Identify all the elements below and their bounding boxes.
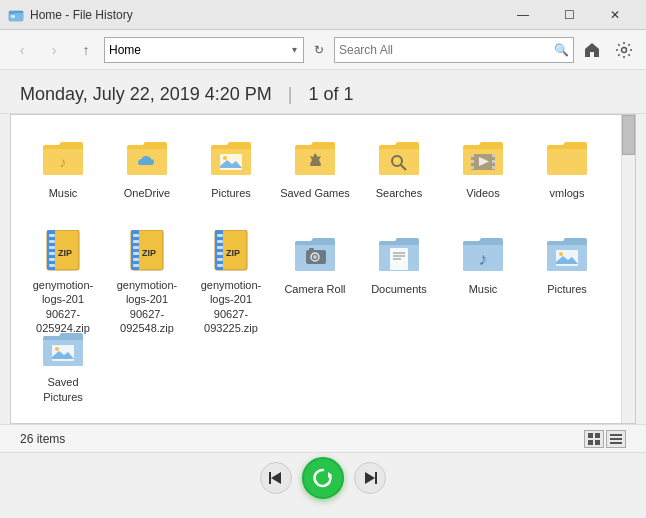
settings-button[interactable] [610,36,638,64]
separator: | [288,84,293,105]
file-name: Pictures [211,186,251,200]
folder-icon [459,134,507,182]
list-item[interactable]: Documents [359,223,439,313]
info-bar: Monday, July 22, 2019 4:20 PM | 1 of 1 [0,70,646,114]
svg-rect-70 [610,438,622,440]
svg-marker-76 [365,472,375,484]
grid-view-button[interactable] [584,430,604,448]
file-name: genymotion-logs-201 90627-092548.zip [112,278,182,335]
svg-rect-47 [217,246,223,249]
svg-point-4 [622,47,627,52]
file-name: Videos [466,186,499,200]
folder-icon [543,230,591,278]
svg-rect-35 [133,240,139,243]
zip-icon: ZIP [207,230,255,274]
forward-button[interactable]: › [40,36,68,64]
svg-point-62 [559,252,563,256]
svg-text:ZIP: ZIP [142,248,156,258]
svg-rect-72 [269,472,271,484]
list-item[interactable]: Camera Roll [275,223,355,313]
svg-rect-23 [49,234,55,237]
list-item[interactable]: ♪ Music [23,127,103,217]
svg-rect-15 [492,154,495,157]
prev-button[interactable] [260,462,292,494]
svg-rect-16 [492,160,495,163]
list-item[interactable]: Saved Games [275,127,355,217]
svg-rect-67 [588,440,593,445]
svg-rect-69 [610,434,622,436]
list-item[interactable]: Saved Pictures [23,319,103,409]
svg-rect-27 [49,258,55,261]
date-time: Monday, July 22, 2019 4:20 PM [20,84,272,105]
svg-rect-13 [471,160,474,163]
list-item[interactable]: OneDrive [107,127,187,217]
list-view-button[interactable] [606,430,626,448]
file-name: Saved Pictures [28,375,98,404]
svg-marker-73 [271,472,281,484]
list-item[interactable]: ♪ Music [443,223,523,313]
search-bar: 🔍 [334,37,574,63]
home-button[interactable] [578,36,606,64]
list-item[interactable]: Videos [443,127,523,217]
svg-rect-8 [310,164,321,166]
svg-rect-34 [133,234,139,237]
list-item[interactable]: ZIP genymotion-logs-201 90627-093225.zip [191,223,271,313]
folder-icon [39,326,87,371]
svg-rect-24 [49,240,55,243]
address-bar: ▾ [104,37,304,63]
file-name: Searches [376,186,422,200]
svg-rect-14 [471,166,474,169]
svg-rect-50 [217,264,223,267]
svg-rect-25 [49,246,55,249]
svg-text:♪: ♪ [479,249,488,269]
search-input[interactable] [339,43,554,57]
address-dropdown-arrow[interactable]: ▾ [290,44,299,55]
svg-rect-39 [133,264,139,267]
view-toggle [584,430,626,448]
svg-rect-38 [133,258,139,261]
scrollbar-thumb[interactable] [622,115,635,155]
file-name: Music [469,282,498,296]
minimize-button[interactable]: — [500,0,546,30]
svg-rect-71 [610,442,622,444]
status-bar: 26 items [0,424,646,452]
scrollbar[interactable] [621,115,635,423]
svg-rect-17 [492,166,495,169]
list-item[interactable]: Searches [359,127,439,217]
file-name: Saved Games [280,186,350,200]
page-info: 1 of 1 [309,84,354,105]
title-bar: Home - File History — ☐ ✕ [0,0,646,30]
file-name: Documents [371,282,427,296]
list-item[interactable]: Pictures [191,127,271,217]
back-button[interactable]: ‹ [8,36,36,64]
folder-icon [375,230,423,278]
zip-icon: ZIP [123,230,171,274]
list-item[interactable]: Pictures [527,223,607,313]
svg-rect-2 [9,11,15,14]
file-container: ♪ Music OneDrive [10,114,636,424]
svg-rect-75 [375,472,377,484]
address-input[interactable] [109,43,290,57]
file-name: vmlogs [550,186,585,200]
svg-rect-37 [133,252,139,255]
up-button[interactable]: ↑ [72,36,100,64]
svg-point-7 [223,156,227,160]
bottom-controls [0,452,646,502]
svg-rect-12 [471,154,474,157]
play-restore-button[interactable] [302,457,344,499]
list-item[interactable]: ZIP genymotion-logs-201 90627-025924.zip [23,223,103,313]
next-button[interactable] [354,462,386,494]
svg-point-54 [313,255,317,259]
item-count: 26 items [20,432,65,446]
list-item[interactable]: ZIP genymotion-logs-201 90627-092548.zip [107,223,187,313]
folder-icon: ♪ [39,134,87,182]
refresh-button[interactable]: ↻ [308,39,330,61]
file-name: Pictures [547,282,587,296]
folder-icon [291,230,339,278]
folder-icon [375,134,423,182]
maximize-button[interactable]: ☐ [546,0,592,30]
file-name: OneDrive [124,186,170,200]
close-button[interactable]: ✕ [592,0,638,30]
list-item[interactable]: vmlogs [527,127,607,217]
folder-icon [207,134,255,182]
